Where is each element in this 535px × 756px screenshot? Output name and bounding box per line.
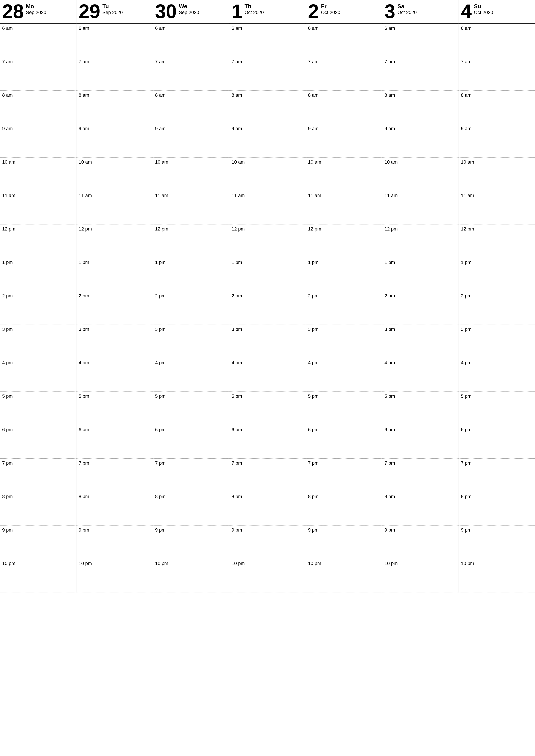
time-slot[interactable]: 5 pm	[306, 392, 382, 425]
time-slot[interactable]: 8 am	[382, 91, 459, 124]
time-slot[interactable]: 8 am	[153, 91, 229, 124]
time-slot[interactable]: 7 pm	[153, 459, 229, 492]
time-slot[interactable]: 10 am	[306, 157, 382, 191]
time-slot[interactable]: 7 am	[153, 57, 229, 91]
time-slot[interactable]: 11 am	[229, 191, 305, 225]
time-slot[interactable]: 6 pm	[229, 425, 305, 459]
time-slot[interactable]: 9 pm	[382, 526, 459, 559]
time-slot[interactable]: 9 am	[459, 124, 535, 157]
time-slot[interactable]: 5 pm	[229, 392, 305, 425]
time-slot[interactable]: 6 pm	[459, 425, 535, 459]
time-slot[interactable]: 4 pm	[229, 358, 305, 392]
time-slot[interactable]: 7 pm	[229, 459, 305, 492]
time-slot[interactable]: 8 am	[229, 91, 305, 124]
time-slot[interactable]: 7 am	[0, 57, 76, 91]
time-slot[interactable]: 10 pm	[229, 559, 305, 592]
time-slot[interactable]: 8 am	[76, 91, 153, 124]
time-slot[interactable]: 9 am	[0, 124, 76, 157]
time-slot[interactable]: 7 pm	[76, 459, 153, 492]
time-slot[interactable]: 3 pm	[382, 325, 459, 358]
time-slot[interactable]: 2 pm	[229, 291, 305, 325]
time-slot[interactable]: 5 pm	[0, 392, 76, 425]
time-slot[interactable]: 11 am	[382, 191, 459, 225]
time-slot[interactable]: 12 pm	[382, 225, 459, 258]
time-slot[interactable]: 11 am	[459, 191, 535, 225]
time-slot[interactable]: 8 pm	[306, 492, 382, 526]
time-slot[interactable]: 7 am	[306, 57, 382, 91]
time-slot[interactable]: 11 am	[153, 191, 229, 225]
time-slot[interactable]: 11 am	[306, 191, 382, 225]
time-slot[interactable]: 10 pm	[0, 559, 76, 592]
time-slot[interactable]: 2 pm	[0, 291, 76, 325]
time-slot[interactable]: 6 am	[229, 24, 305, 57]
time-slot[interactable]: 6 pm	[153, 425, 229, 459]
time-slot[interactable]: 10 am	[153, 157, 229, 191]
time-slot[interactable]: 6 pm	[306, 425, 382, 459]
time-slot[interactable]: 4 pm	[153, 358, 229, 392]
time-slot[interactable]: 9 am	[306, 124, 382, 157]
time-slot[interactable]: 6 pm	[382, 425, 459, 459]
time-slot[interactable]: 12 pm	[229, 225, 305, 258]
time-slot[interactable]: 5 pm	[76, 392, 153, 425]
time-slot[interactable]: 12 pm	[0, 225, 76, 258]
time-slot[interactable]: 2 pm	[153, 291, 229, 325]
time-slot[interactable]: 3 pm	[0, 325, 76, 358]
time-slot[interactable]: 8 pm	[153, 492, 229, 526]
time-slot[interactable]: 1 pm	[459, 258, 535, 291]
time-slot[interactable]: 6 am	[382, 24, 459, 57]
time-slot[interactable]: 9 pm	[76, 526, 153, 559]
time-slot[interactable]: 8 am	[459, 91, 535, 124]
time-slot[interactable]: 1 pm	[229, 258, 305, 291]
time-slot[interactable]: 6 pm	[0, 425, 76, 459]
time-slot[interactable]: 3 pm	[306, 325, 382, 358]
time-slot[interactable]: 12 pm	[459, 225, 535, 258]
time-slot[interactable]: 10 pm	[76, 559, 153, 592]
time-slot[interactable]: 10 am	[459, 157, 535, 191]
time-slot[interactable]: 10 pm	[459, 559, 535, 592]
time-slot[interactable]: 10 am	[0, 157, 76, 191]
time-slot[interactable]: 9 am	[153, 124, 229, 157]
time-slot[interactable]: 1 pm	[153, 258, 229, 291]
time-slot[interactable]: 7 am	[382, 57, 459, 91]
time-slot[interactable]: 9 am	[382, 124, 459, 157]
time-slot[interactable]: 8 am	[0, 91, 76, 124]
time-slot[interactable]: 5 pm	[382, 392, 459, 425]
time-slot[interactable]: 1 pm	[76, 258, 153, 291]
time-slot[interactable]: 4 pm	[76, 358, 153, 392]
time-slot[interactable]: 4 pm	[306, 358, 382, 392]
time-slot[interactable]: 9 pm	[0, 526, 76, 559]
time-slot[interactable]: 11 am	[0, 191, 76, 225]
time-slot[interactable]: 8 pm	[0, 492, 76, 526]
time-slot[interactable]: 2 pm	[459, 291, 535, 325]
time-slot[interactable]: 7 am	[229, 57, 305, 91]
time-slot[interactable]: 7 pm	[0, 459, 76, 492]
time-slot[interactable]: 9 pm	[459, 526, 535, 559]
time-slot[interactable]: 6 am	[459, 24, 535, 57]
time-slot[interactable]: 6 am	[0, 24, 76, 57]
time-slot[interactable]: 6 am	[76, 24, 153, 57]
time-slot[interactable]: 10 pm	[153, 559, 229, 592]
time-slot[interactable]: 6 pm	[76, 425, 153, 459]
time-slot[interactable]: 6 am	[153, 24, 229, 57]
time-slot[interactable]: 4 pm	[0, 358, 76, 392]
time-slot[interactable]: 8 pm	[229, 492, 305, 526]
time-slot[interactable]: 3 pm	[459, 325, 535, 358]
time-slot[interactable]: 10 pm	[306, 559, 382, 592]
time-slot[interactable]: 9 am	[76, 124, 153, 157]
time-slot[interactable]: 3 pm	[76, 325, 153, 358]
time-slot[interactable]: 10 pm	[382, 559, 459, 592]
time-slot[interactable]: 7 am	[76, 57, 153, 91]
time-slot[interactable]: 7 am	[459, 57, 535, 91]
time-slot[interactable]: 10 am	[76, 157, 153, 191]
time-slot[interactable]: 12 pm	[76, 225, 153, 258]
time-slot[interactable]: 12 pm	[153, 225, 229, 258]
time-slot[interactable]: 11 am	[76, 191, 153, 225]
time-slot[interactable]: 9 am	[229, 124, 305, 157]
time-slot[interactable]: 3 pm	[229, 325, 305, 358]
time-slot[interactable]: 9 pm	[153, 526, 229, 559]
time-slot[interactable]: 2 pm	[306, 291, 382, 325]
time-slot[interactable]: 1 pm	[306, 258, 382, 291]
time-slot[interactable]: 4 pm	[459, 358, 535, 392]
time-slot[interactable]: 6 am	[306, 24, 382, 57]
time-slot[interactable]: 3 pm	[153, 325, 229, 358]
